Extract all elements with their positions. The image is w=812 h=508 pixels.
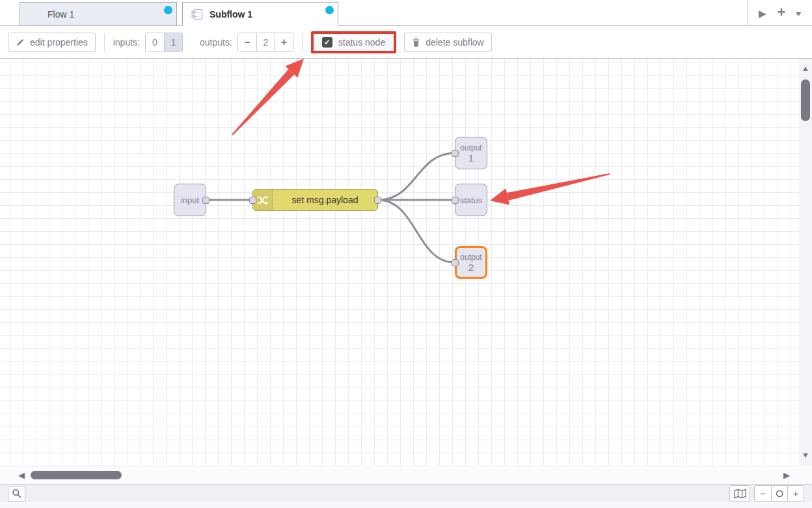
- zoom-reset-button[interactable]: O: [771, 486, 787, 501]
- status-node-toggle-highlighted[interactable]: ✓ status node: [311, 31, 396, 53]
- flow-canvas[interactable]: input set msg.payload output 1 status ou…: [0, 59, 799, 466]
- port-output2-in[interactable]: [452, 259, 459, 266]
- trash-icon: [412, 38, 420, 47]
- wire-change-to-output2[interactable]: [378, 200, 455, 262]
- tab-bar-controls: ▶ + ▾: [747, 0, 812, 26]
- node-output1-label: output: [460, 143, 481, 152]
- vertical-scroll-thumb[interactable]: [801, 79, 810, 121]
- outputs-stepper: − 2 +: [237, 33, 293, 52]
- outputs-label: outputs:: [200, 37, 232, 48]
- outputs-increase-button[interactable]: +: [275, 33, 293, 51]
- node-subflow-output-1[interactable]: output 1: [455, 137, 487, 169]
- delete-subflow-label: delete subflow: [426, 37, 484, 48]
- wire-layer: [0, 59, 799, 466]
- check-icon: ✓: [324, 38, 331, 47]
- outputs-value[interactable]: 2: [256, 33, 275, 51]
- port-change-in[interactable]: [249, 197, 256, 204]
- search-icon: [12, 488, 21, 498]
- port-output1-in[interactable]: [452, 150, 459, 157]
- tab-flow-1[interactable]: Flow 1: [20, 2, 177, 26]
- unsaved-changes-dot: [164, 6, 172, 14]
- pencil-icon: [16, 38, 25, 47]
- tab-subflow-1[interactable]: Subflow 1: [182, 2, 338, 26]
- node-output1-number: 1: [468, 152, 474, 163]
- port-input-out[interactable]: [202, 197, 210, 204]
- add-flow-button[interactable]: +: [778, 5, 786, 20]
- scroll-up-icon[interactable]: ▲: [799, 64, 812, 73]
- scroll-down-icon[interactable]: ▼: [799, 451, 812, 460]
- tab-subflow-1-label: Subflow 1: [210, 9, 252, 20]
- inputs-option-1[interactable]: 1: [164, 33, 182, 51]
- flow-list-chevron-down-icon[interactable]: ▾: [796, 9, 802, 18]
- unsaved-changes-dot: [325, 6, 334, 14]
- node-output2-number: 2: [468, 262, 474, 273]
- zoom-controls: − O +: [729, 485, 804, 501]
- node-status-label: status: [460, 195, 483, 205]
- node-change-set-msg-payload[interactable]: set msg.payload: [252, 189, 378, 211]
- delete-subflow-button[interactable]: delete subflow: [404, 33, 492, 52]
- inputs-toggle: 0 1: [145, 33, 183, 52]
- outputs-decrease-button[interactable]: −: [238, 33, 256, 51]
- workspace-tab-bar: Flow 1 Subflow 1 ▶ + ▾: [0, 0, 812, 26]
- node-input-label: input: [181, 195, 199, 205]
- tab-scroll-right-icon[interactable]: ▶: [759, 8, 766, 18]
- node-subflow-input[interactable]: input: [174, 184, 206, 216]
- toggle-navigator-button[interactable]: [729, 485, 750, 501]
- inputs-label: inputs:: [113, 37, 140, 48]
- zoom-out-button[interactable]: −: [755, 486, 771, 501]
- zoom-button-group: − O +: [754, 485, 804, 501]
- toolbar-separator: [104, 33, 105, 51]
- node-subflow-status[interactable]: status: [455, 184, 487, 216]
- inputs-option-0[interactable]: 0: [146, 33, 164, 51]
- tab-flow-1-label: Flow 1: [47, 9, 74, 20]
- node-output2-label: output: [460, 253, 481, 262]
- map-icon: [734, 488, 746, 499]
- subflow-toolbar: edit properties inputs: 0 1 outputs: − 2…: [0, 26, 812, 59]
- horizontal-scrollbar[interactable]: ◀ ▶: [0, 466, 812, 484]
- status-node-checkbox-checked[interactable]: ✓: [322, 37, 332, 48]
- toolbar-separator: [302, 33, 303, 51]
- status-node-label: status node: [338, 37, 385, 48]
- node-subflow-output-2-selected[interactable]: output 2: [455, 246, 487, 279]
- port-change-out[interactable]: [374, 197, 381, 204]
- change-node-label: set msg.payload: [273, 190, 377, 210]
- zoom-in-button[interactable]: +: [787, 486, 804, 501]
- edit-properties-label: edit properties: [30, 37, 88, 48]
- horizontal-scroll-thumb[interactable]: [31, 471, 122, 479]
- bottom-edge-strip: [0, 502, 812, 508]
- wire-change-to-output1[interactable]: [378, 153, 455, 200]
- subflow-icon: [191, 8, 204, 21]
- scroll-right-icon[interactable]: ▶: [783, 470, 790, 480]
- edit-properties-button[interactable]: edit properties: [8, 33, 96, 52]
- workspace-footer: − O +: [0, 484, 812, 502]
- search-flows-button[interactable]: [8, 486, 25, 501]
- scroll-left-icon[interactable]: ◀: [18, 470, 25, 480]
- port-status-in[interactable]: [452, 197, 459, 204]
- vertical-scrollbar[interactable]: ▲ ▼: [799, 59, 812, 466]
